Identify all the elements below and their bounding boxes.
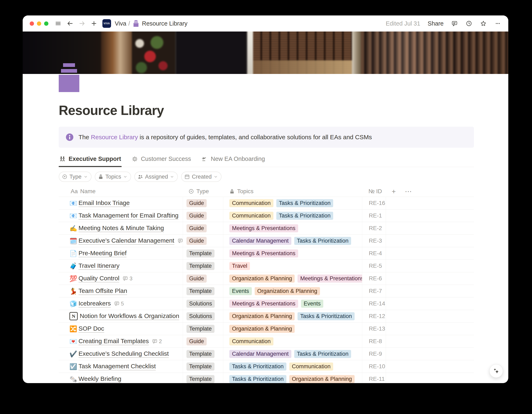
topic-tag[interactable]: Organization & Planning [255,287,320,295]
type-cell[interactable]: Template [183,285,223,297]
resource-library-link[interactable]: Resource Library [91,134,138,141]
favorite-star-icon[interactable] [480,20,487,27]
forward-icon[interactable] [78,20,86,27]
filter-assigned[interactable]: Assigned [134,172,178,182]
page-link[interactable]: Pre-Meeting Brief [78,250,126,257]
type-cell[interactable]: Guide [183,335,223,348]
page-link[interactable]: Task Management Checklist [78,363,156,370]
filter-created[interactable]: Created [181,172,221,182]
page-link[interactable]: Quality Control [78,275,119,282]
type-cell[interactable]: Template [183,247,223,260]
id-cell[interactable]: RE-16 [362,197,386,209]
type-tag[interactable]: Solutions [186,300,215,308]
new-page-icon[interactable] [90,20,97,27]
topics-cell[interactable]: EventsOrganization & Planning [223,285,362,297]
share-button[interactable]: Share [428,20,444,27]
table-more-button[interactable]: ⋯ [405,188,412,195]
topics-cell[interactable]: Communication [223,335,362,348]
type-cell[interactable]: Guide [183,209,223,222]
page-link[interactable]: Creating Email Templates [78,338,149,345]
filter-topics[interactable]: Topics [95,172,131,182]
type-tag[interactable]: Guide [186,224,207,232]
topic-tag[interactable]: Meetings & Presentations [229,300,298,308]
type-cell[interactable]: Solutions [183,310,223,322]
sidebar-menu-icon[interactable] [55,20,62,27]
comment-badge[interactable]: 2 [152,338,162,345]
topics-cell[interactable]: Calendar ManagementTasks & Prioritizatio… [223,235,362,247]
topic-tag[interactable]: Tasks & Prioritization [294,237,351,245]
tab-customer-success[interactable]: Customer Success [131,153,191,167]
topics-cell[interactable]: Calendar ManagementTasks & Prioritizatio… [223,348,362,360]
page-link[interactable]: SOP Doc [78,325,104,333]
type-cell[interactable]: Template [183,360,223,373]
type-tag[interactable]: Guide [186,237,207,245]
page-link[interactable]: Team Offsite Plan [78,287,127,295]
breadcrumb-page[interactable]: Resource Library [142,20,188,27]
topic-tag[interactable]: Organization & Planning [229,312,295,320]
more-options-icon[interactable] [494,20,501,27]
type-cell[interactable]: Guide [183,197,223,209]
topics-cell[interactable]: CommunicationTasks & Prioritization [223,209,362,222]
topic-tag[interactable]: Communication [229,212,273,220]
topic-tag[interactable]: Travel [229,262,250,270]
id-cell[interactable]: RE-11 [362,373,386,383]
topics-cell[interactable]: Organization & Planning [223,322,362,335]
topic-tag[interactable]: Meetings & Presentations [229,224,298,232]
column-header-type[interactable]: Type [183,186,223,197]
topics-cell[interactable]: Meetings & PresentationsEvents [223,297,362,310]
page-icon-archive[interactable] [59,63,79,92]
topics-cell[interactable]: Organization & PlanningTasks & Prioritiz… [223,310,362,322]
comment-badge[interactable]: 1 [178,238,183,244]
id-cell[interactable]: RE-12 [362,310,386,322]
column-header-topics[interactable]: Topics [223,186,362,197]
column-header-name[interactable]: Aa Name [59,186,183,197]
page-link[interactable]: Notion for Workflows & Organization [80,312,179,320]
tab-executive-support[interactable]: Executive Support [59,153,122,167]
topic-tag[interactable]: Meetings & Presentations [297,274,362,282]
topics-cell[interactable]: Meetings & Presentations [223,222,362,234]
topics-cell[interactable]: Tasks & PrioritizationOrganization & Pla… [223,373,362,383]
workspace-logo[interactable]: VIVA [102,19,111,28]
page-link[interactable]: Executive’s Calendar Management [78,237,174,245]
id-cell[interactable]: RE-4 [362,247,386,260]
topic-tag[interactable]: Communication [229,337,273,345]
type-cell[interactable]: Template [183,322,223,335]
type-cell[interactable]: Template [183,373,223,383]
type-cell[interactable]: Guide [183,272,223,285]
topics-cell[interactable]: Organization & PlanningMeetings & Presen… [223,272,362,285]
topic-tag[interactable]: Communication [229,199,273,207]
topic-tag[interactable]: Tasks & Prioritization [276,199,333,207]
page-link[interactable]: Task Management for Email Drafting [78,212,179,220]
type-tag[interactable]: Solutions [186,312,215,320]
type-tag[interactable]: Template [186,262,215,270]
edited-timestamp[interactable]: Edited Jul 31 [386,20,420,27]
id-cell[interactable]: RE-13 [362,322,386,335]
notion-ai-button[interactable] [489,364,503,378]
id-cell[interactable]: RE-7 [362,285,386,297]
topic-tag[interactable]: Tasks & Prioritization [297,312,355,320]
type-tag[interactable]: Guide [186,199,207,207]
type-tag[interactable]: Template [186,350,215,358]
topics-cell[interactable]: Meetings & Presentations [223,247,362,260]
id-cell[interactable]: RE-8 [362,335,386,348]
type-cell[interactable]: Template [183,260,223,272]
tab-new-ea-onboarding[interactable]: New EA Onboarding [201,153,265,167]
topic-tag[interactable]: Organization & Planning [289,375,355,383]
page-link[interactable]: Travel Itinerary [78,262,120,270]
type-tag[interactable]: Template [186,287,215,295]
id-cell[interactable]: RE-1 [362,209,386,222]
id-cell[interactable]: RE-6 [362,272,386,285]
topic-tag[interactable]: Tasks & Prioritization [294,350,351,358]
comment-badge[interactable]: 5 [114,301,124,307]
type-tag[interactable]: Guide [186,274,207,282]
add-column-button[interactable]: + [392,188,396,195]
filter-type[interactable]: Type [59,172,92,182]
id-cell[interactable]: RE-2 [362,222,386,234]
type-cell[interactable]: Guide [183,235,223,247]
topics-cell[interactable]: CommunicationTasks & Prioritization [223,197,362,209]
comments-icon[interactable] [451,20,458,27]
topic-tag[interactable]: Meetings & Presentations [229,249,298,257]
page-link[interactable]: Email Inbox Triage [78,199,130,207]
page-link[interactable]: Weekly Briefing [78,375,121,383]
topic-tag[interactable]: Calendar Management [229,350,291,358]
